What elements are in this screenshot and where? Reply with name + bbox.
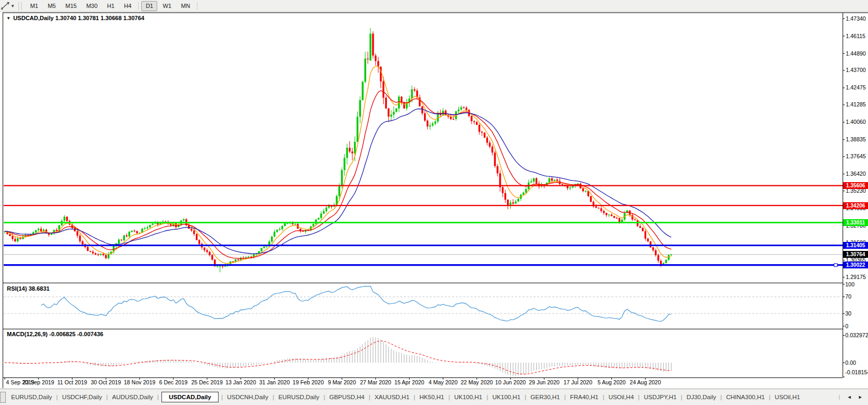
- price-level-tag-1.34206: 1.34206: [843, 202, 868, 209]
- tab-separator: |: [720, 394, 722, 400]
- price-axis-tick: 1.29175: [846, 274, 866, 280]
- legend-symbol: USDCAD,Daily: [13, 15, 53, 21]
- macd-axis-tick: -0.018154: [845, 370, 868, 375]
- tab-separator: |: [369, 394, 370, 400]
- tab-usdjpy-h1[interactable]: USDJPY,H1: [640, 393, 681, 401]
- price-axis-tick: 1.44890: [846, 51, 866, 57]
- tab-separator: |: [638, 394, 640, 400]
- price-axis-tick: 1.40060: [846, 119, 866, 125]
- tab-separator: |: [157, 394, 159, 400]
- tab-separator: |: [839, 394, 840, 400]
- tab-separator: |: [525, 394, 526, 400]
- tab-usoil-h1[interactable]: USOil,H1: [771, 393, 804, 401]
- ma-ema13-line: [5, 91, 671, 258]
- tab-separator: |: [273, 394, 274, 400]
- macd-label: MACD(12,26,9) -0.006825 -0.007436: [7, 331, 103, 337]
- tab-dj30-daily[interactable]: DJ30,Daily: [683, 393, 720, 401]
- tab-usoil-h4[interactable]: USOil,H4: [605, 393, 638, 401]
- tab-separator: |: [448, 394, 450, 400]
- tab-eurusd-daily[interactable]: EURUSD,Daily: [275, 393, 323, 401]
- line-endpoint-handle: [834, 264, 837, 267]
- price-level-tag-1.31405: 1.31405: [843, 242, 868, 249]
- candles-layer: [4, 28, 672, 272]
- price-level-tag-1.33011: 1.33011: [843, 219, 868, 226]
- tab-xauusd-h1[interactable]: XAUUSD,H1: [371, 393, 413, 401]
- tab-separator: |: [486, 394, 488, 400]
- rsi-label: RSI(14) 38.6831: [7, 285, 50, 292]
- tab-hk50-h1[interactable]: HK50,H1: [416, 393, 448, 401]
- ma-ema25-line: [5, 109, 671, 254]
- one-click-trading-icon[interactable]: ▼: [6, 16, 11, 21]
- tab-separator: |: [414, 394, 415, 400]
- tab-separator: |: [769, 394, 771, 400]
- price-axis-tick: 1.36420: [846, 171, 866, 177]
- legend-open: 1.30740: [55, 15, 76, 21]
- price-axis-tick: 1.41285: [846, 102, 866, 107]
- tab-separator: |: [603, 394, 604, 400]
- rsi-axis-tick: 30: [845, 311, 852, 317]
- tab-separator: |: [564, 394, 566, 400]
- scroll-right-arrow-icon[interactable]: ►: [858, 394, 863, 400]
- tab-china300-h1[interactable]: CHINA300,H1: [722, 393, 768, 401]
- price-axis-tick: 1.47340: [846, 16, 866, 22]
- symbol-tab-bar: EURUSD,Daily|USDCHF,Daily|AUDUSD,Daily|U…: [0, 389, 868, 405]
- tab-uk100-h1[interactable]: UK100,H1: [489, 393, 524, 401]
- macd-histogram: [5, 337, 671, 376]
- chart-legend: ▼ USDCAD,Daily 1.30740 1.30781 1.30668 1…: [6, 15, 144, 21]
- ma-ema6-line: [5, 66, 671, 264]
- tab-eurusd-daily[interactable]: EURUSD,Daily: [7, 393, 56, 401]
- current-price-tag: 1.30764: [843, 251, 868, 258]
- legend-high: 1.30781: [78, 15, 99, 21]
- price-level-tag-1.30022: 1.30022: [843, 262, 868, 268]
- price-axis-tick: 1.46115: [846, 33, 865, 39]
- chart-canvas[interactable]: [0, 0, 868, 405]
- tab-audusd-daily[interactable]: AUDUSD,Daily: [108, 393, 157, 401]
- tab-separator: |: [56, 394, 58, 400]
- rsi-line: [41, 286, 672, 321]
- price-axis-tick: 1.42475: [846, 85, 866, 91]
- tab-fra40-h1[interactable]: FRA40,H1: [566, 393, 602, 401]
- macd-axis-tick: 0.00: [845, 360, 856, 366]
- rsi-axis-tick: 0: [845, 323, 848, 329]
- price-level-tag-1.35606: 1.35606: [843, 182, 868, 189]
- legend-close: 1.30764: [123, 15, 144, 21]
- tab-gbpusd-h4[interactable]: GBPUSD,H4: [326, 393, 368, 401]
- rsi-axis-tick: 70: [845, 294, 852, 300]
- macd-axis-tick: 0.032972: [845, 332, 868, 338]
- scroll-left-arrow-icon[interactable]: ◄: [847, 394, 852, 400]
- partial-tab-stub[interactable]: [0, 392, 6, 403]
- tab-separator: |: [681, 394, 682, 400]
- tab-separator: |: [323, 394, 325, 400]
- price-axis-tick: 1.43700: [846, 67, 866, 73]
- price-axis-tick: 1.37645: [846, 154, 866, 159]
- tab-separator: |: [221, 394, 223, 400]
- macd-signal-line: [5, 341, 671, 374]
- tab-usdcnh-daily[interactable]: USDCNH,Daily: [223, 393, 272, 401]
- tab-separator: |: [106, 394, 108, 400]
- legend-low: 1.30668: [101, 15, 122, 21]
- tab-scroll-controls: |◄►: [833, 394, 868, 400]
- rsi-axis-tick: 100: [845, 282, 855, 287]
- tab-ger30-h1[interactable]: GER30,H1: [527, 393, 564, 401]
- tab-uk100-h1[interactable]: UK100,H1: [450, 393, 486, 401]
- date-axis-label: 24 Aug 2020: [625, 379, 665, 385]
- tab-usdchf-daily[interactable]: USDCHF,Daily: [58, 393, 105, 401]
- price-axis-tick: 1.38835: [846, 137, 866, 142]
- tab-usdcad-daily[interactable]: USDCAD,Daily: [161, 392, 219, 402]
